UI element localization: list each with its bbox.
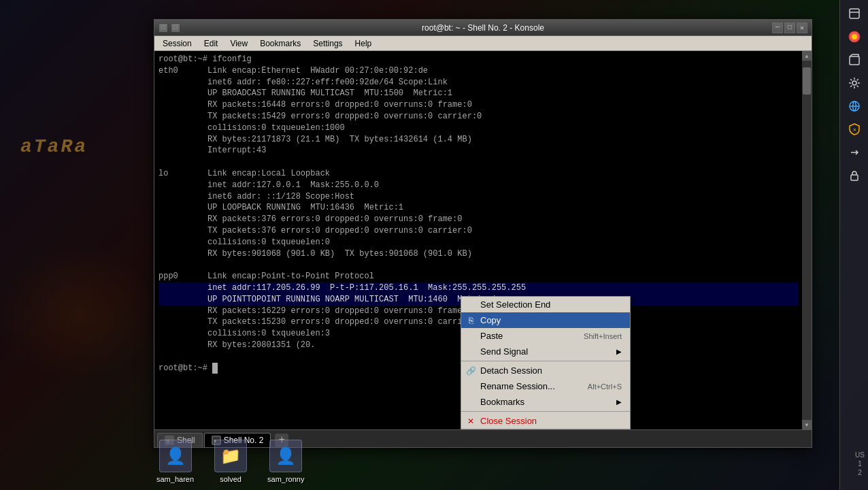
desktop-icon-sam-haren[interactable]: 👤 sam_haren (156, 440, 194, 483)
ctx-send-signal-label: Send Signal (480, 346, 528, 357)
terminal-body: root@bt:~# ifconfig eth0 Link encap:Ethe… (154, 51, 812, 429)
menu-session[interactable]: Session (157, 37, 197, 50)
svg-text:✕: ✕ (853, 127, 856, 133)
minimize-button[interactable]: ─ (772, 22, 783, 33)
desktop-icon-sam-haren-label: sam_haren (156, 475, 194, 483)
terminal-line: UP LOOPBACK RUNNING MTU:16436 Metric:1 (158, 202, 798, 214)
taskbar-icon-firefox[interactable] (844, 27, 865, 47)
menu-bar: Session Edit View Bookmarks Settings Hel… (154, 36, 812, 51)
desktop-icon-sam-ronny[interactable]: 👤 sam_ronny (267, 440, 304, 483)
svg-rect-8 (850, 56, 859, 65)
terminal-line: collisions:0 txqueuelen:1000 (158, 122, 798, 134)
ctx-detach-session[interactable]: 🔗 Detach Session (461, 363, 630, 378)
terminal-content[interactable]: root@bt:~# ifconfig eth0 Link encap:Ethe… (154, 51, 802, 429)
terminal-line: root@bt:~# ifconfig (158, 54, 798, 65)
ctx-bookmarks-arrow: ▶ (616, 398, 622, 406)
taskbar-icon-settings[interactable] (844, 73, 865, 93)
desktop-icon-solved-img: 📁 (214, 440, 247, 472)
terminal-line: UP BROADCAST RUNNING MULTICAST MTU:1500 … (158, 88, 798, 99)
ctx-separator-1 (461, 361, 630, 361)
close-button[interactable]: ✕ (797, 22, 807, 33)
scroll-up-button[interactable]: ▲ (802, 51, 812, 61)
ctx-rename-session[interactable]: Rename Session... Alt+Ctrl+S (461, 378, 630, 394)
titlebar-btn-2[interactable]: □ (171, 23, 180, 33)
taskbar-num-us: US (855, 451, 865, 459)
terminal-line: TX packets:376 errors:0 dropped:0 overru… (158, 225, 798, 237)
bookmarks-icon (465, 397, 476, 408)
copy-icon: ⎘ (465, 315, 476, 326)
svg-point-7 (852, 34, 857, 39)
terminal-line: RX packets:16448 errors:0 dropped:0 over… (158, 99, 798, 111)
desktop-icon-sam-ronny-label: sam_ronny (267, 475, 304, 483)
taskbar-icon-files[interactable] (844, 50, 865, 70)
desktop-icon-solved[interactable]: 📁 solved (214, 440, 247, 483)
taskbar-icon-1[interactable] (844, 3, 865, 24)
terminal-line: RX bytes:901068 (901.0 KB) TX bytes:9010… (158, 248, 798, 260)
ctx-copy[interactable]: ⎘ Copy (461, 312, 630, 328)
terminal-line: inet6 addr: ::1/128 Scope:Host (158, 191, 798, 203)
bg-circuit (0, 245, 156, 381)
terminal-scrollbar: ▲ ▼ (802, 51, 812, 429)
taskbar-icon-arrow[interactable] (844, 142, 865, 163)
terminal-line: RX bytes:21171873 (21.1 MB) TX bytes:143… (158, 134, 798, 146)
terminal-line: inet6 addr: fe80::227:eff:fe00:92de/64 S… (158, 77, 798, 88)
rename-icon (465, 381, 476, 392)
ctx-set-selection-end[interactable]: Set Selection End (461, 297, 630, 312)
titlebar-right-buttons: ─ □ ✕ (772, 22, 807, 33)
desktop-icons: 👤 sam_haren 📁 solved 👤 sam_ronny (156, 440, 304, 483)
terminal-window: □ □ root@bt: ~ - Shell No. 2 - Konsole ─… (154, 19, 812, 448)
taskbar-num-2: 2 (858, 469, 862, 476)
menu-help[interactable]: Help (350, 37, 378, 50)
svg-rect-4 (850, 9, 859, 18)
terminal-line: TX packets:15429 errors:0 dropped:0 over… (158, 111, 798, 122)
terminal-line (158, 259, 798, 271)
ctx-send-signal[interactable]: Send Signal ▶ (461, 344, 630, 359)
ctx-separator-2 (461, 411, 630, 412)
menu-bookmarks[interactable]: Bookmarks (254, 37, 306, 50)
taskbar-icon-lock[interactable] (844, 165, 865, 186)
set-selection-icon (465, 299, 476, 310)
menu-edit[interactable]: Edit (199, 37, 224, 50)
ctx-rename-label: Rename Session... (480, 381, 555, 391)
scroll-track[interactable] (802, 61, 812, 420)
window-title: root@bt: ~ - Shell No. 2 - Konsole (422, 23, 544, 33)
ctx-close-session-label: Close Session (480, 416, 537, 426)
desktop-icon-solved-label: solved (220, 475, 241, 483)
terminal-line: RX packets:376 errors:0 dropped:0 overru… (158, 214, 798, 225)
desktop-icon-sam-haren-img: 👤 (159, 440, 192, 472)
terminal-line: lo Link encap:Local Loopback (158, 168, 798, 180)
terminal-line: collisions:0 txqueuelen:0 (158, 237, 798, 248)
svg-rect-12 (851, 175, 858, 180)
ctx-set-selection-label: Set Selection End (480, 299, 550, 310)
ctx-rename-shortcut: Alt+Ctrl+S (588, 382, 622, 391)
titlebar-btn-1[interactable]: □ (158, 23, 168, 33)
ctx-paste[interactable]: Paste Shift+Insert (461, 328, 630, 344)
close-session-icon: ✕ (465, 416, 476, 427)
ctx-close-session[interactable]: ✕ Close Session (461, 413, 630, 429)
ctx-paste-shortcut: Shift+Insert (584, 332, 622, 340)
terminal-line: inet addr:127.0.0.1 Mask:255.0.0.0 (158, 180, 798, 191)
terminal-line-highlight: inet addr:117.205.26.99 P-t-P:117.205.16… (158, 282, 798, 294)
desktop-icon-sam-ronny-img: 👤 (269, 440, 302, 472)
terminal-line (158, 157, 798, 168)
maximize-button[interactable]: □ (784, 22, 795, 33)
desktop: 5 aTaRa □ □ root@bt: ~ - Shell No. 2 - K… (0, 0, 868, 490)
menu-settings[interactable]: Settings (307, 37, 348, 50)
scroll-thumb[interactable] (803, 67, 811, 95)
ctx-detach-label: Detach Session (480, 365, 542, 376)
ctx-copy-label: Copy (480, 315, 501, 325)
menu-view[interactable]: View (224, 37, 253, 50)
taskbar-num-1: 1 (858, 460, 862, 468)
right-taskbar: ✕ US 1 2 (839, 0, 868, 490)
ctx-bookmarks-label: Bookmarks (480, 397, 524, 407)
taskbar-icon-shield[interactable]: ✕ (844, 119, 865, 140)
taskbar-icon-network[interactable] (844, 96, 865, 116)
scroll-down-button[interactable]: ▼ (802, 420, 812, 429)
ctx-paste-label: Paste (480, 331, 503, 341)
svg-point-9 (852, 81, 856, 85)
ctx-bookmarks[interactable]: Bookmarks ▶ (461, 394, 630, 410)
ctx-send-signal-arrow: ▶ (616, 348, 622, 355)
context-menu: Set Selection End ⎘ Copy Paste Shift+Ins… (461, 296, 631, 429)
terminal-line: ppp0 Link encap:Point-to-Point Protocol (158, 271, 798, 282)
paste-icon (465, 331, 476, 342)
